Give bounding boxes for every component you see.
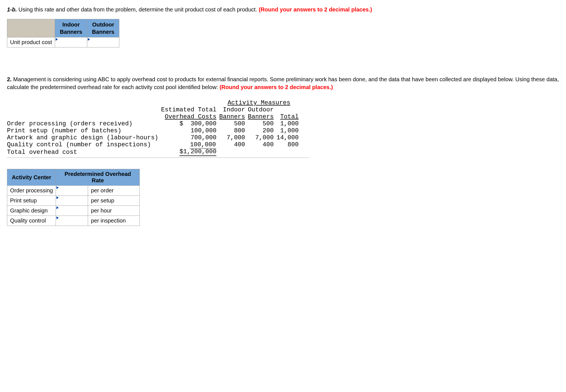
ar2-unit: per hour bbox=[88, 206, 140, 216]
table1-header-indoor: IndoorBanners bbox=[55, 19, 87, 37]
question-1b-text: 1-b. Using this rate and other data from… bbox=[7, 6, 559, 13]
banners-hdr1: Banners bbox=[219, 113, 245, 120]
activity-measures-header: Activity Measures bbox=[228, 99, 290, 106]
r3-tot: 800 bbox=[276, 141, 301, 148]
unit-product-cost-outdoor-input[interactable] bbox=[87, 37, 119, 47]
outdoor-hdr: Outdoor bbox=[248, 106, 276, 113]
ar0-label: Order processing bbox=[7, 186, 56, 196]
r1-cost: 100,000 bbox=[161, 127, 219, 134]
print-setup-rate-input[interactable] bbox=[56, 196, 88, 206]
graphic-design-rate-input[interactable] bbox=[56, 206, 88, 216]
ar3-unit: per inspection bbox=[88, 216, 140, 226]
r1-tot: 1,000 bbox=[276, 127, 301, 134]
r2-cost: 700,000 bbox=[161, 134, 219, 141]
row-total-overhead: Total overhead cost $1,200,000 bbox=[7, 148, 301, 156]
ar3-label: Quality control bbox=[7, 216, 56, 226]
est-total-hdr: Estimated Total bbox=[161, 106, 219, 113]
activity-center-header: Activity Center bbox=[7, 169, 56, 186]
question-2-text: 2. Management is considering using ABC t… bbox=[7, 75, 559, 91]
q1b-body: Using this rate and other data from the … bbox=[17, 6, 259, 13]
ar1-unit: per setup bbox=[88, 196, 140, 206]
r2-out: 7,000 bbox=[248, 134, 276, 141]
col2-label: OutdoorBanners bbox=[92, 21, 114, 35]
ar2-label: Graphic design bbox=[7, 206, 56, 216]
r1-in: 800 bbox=[219, 127, 248, 134]
table1-header-outdoor: OutdoorBanners bbox=[87, 19, 119, 37]
r1-label: Print setup (number of batches) bbox=[7, 127, 161, 134]
ovh-costs-hdr: Overhead Costs bbox=[165, 113, 217, 120]
col1-label: IndoorBanners bbox=[60, 21, 82, 35]
r0-cost: $ 300,000 bbox=[161, 120, 219, 127]
act-row-quality-control: Quality control per inspection bbox=[7, 216, 140, 226]
r2-in: 7,000 bbox=[219, 134, 248, 141]
banners-hdr2: Banners bbox=[248, 113, 274, 120]
predetermined-rate-header: Predetermined Overhead Rate bbox=[56, 169, 140, 186]
act-row-print-setup: Print setup per setup bbox=[7, 196, 140, 206]
activity-data-table: Activity Measures Estimated Total Indoor… bbox=[7, 99, 301, 156]
rt-label: Total overhead cost bbox=[7, 148, 161, 156]
act-row-graphic-design: Graphic design per hour bbox=[7, 206, 140, 216]
divider-line bbox=[7, 157, 309, 158]
r0-tot: 1,000 bbox=[276, 120, 301, 127]
order-processing-rate-input[interactable] bbox=[56, 186, 88, 196]
q2-prefix: 2. bbox=[7, 76, 12, 82]
rt-cost: $1,200,000 bbox=[179, 148, 216, 156]
r3-out: 400 bbox=[248, 141, 276, 148]
total-hdr: Total bbox=[280, 113, 299, 120]
activity-rate-table: Activity Center Predetermined Overhead R… bbox=[7, 169, 140, 226]
r1-out: 200 bbox=[248, 127, 276, 134]
r3-cost: 100,000 bbox=[190, 141, 216, 149]
unit-product-cost-indoor-input[interactable] bbox=[55, 37, 87, 47]
r2-tot: 14,000 bbox=[276, 134, 301, 141]
ar1-label: Print setup bbox=[7, 196, 56, 206]
act-row-order-processing: Order processing per order bbox=[7, 186, 140, 196]
r3-in: 400 bbox=[219, 141, 248, 148]
row-artwork: Artwork and graphic design (labour-hours… bbox=[7, 134, 301, 141]
unit-product-cost-table: IndoorBanners OutdoorBanners Unit produc… bbox=[7, 19, 119, 47]
r2-label: Artwork and graphic design (labour-hours… bbox=[7, 134, 161, 141]
unit-product-cost-label: Unit product cost bbox=[7, 37, 55, 47]
q2-round-note: (Round your answers to 2 decimal places.… bbox=[219, 84, 333, 90]
r3-label: Quality control (number of inspections) bbox=[7, 141, 161, 148]
table1-empty-corner bbox=[7, 19, 55, 37]
q1b-round-note: (Round your answers to 2 decimal places.… bbox=[259, 6, 372, 13]
ar0-unit: per order bbox=[88, 186, 140, 196]
r0-out: 500 bbox=[248, 120, 276, 127]
indoor-hdr: Indoor bbox=[219, 106, 248, 113]
row-order-processing: Order processing (orders received) $ 300… bbox=[7, 120, 301, 127]
row-quality: Quality control (number of inspections) … bbox=[7, 141, 301, 148]
r0-label: Order processing (orders received) bbox=[7, 120, 161, 127]
quality-control-rate-input[interactable] bbox=[56, 216, 88, 226]
r0-in: 500 bbox=[219, 120, 248, 127]
q1b-prefix: 1-b. bbox=[7, 6, 17, 13]
row-print-setup: Print setup (number of batches) 100,000 … bbox=[7, 127, 301, 134]
